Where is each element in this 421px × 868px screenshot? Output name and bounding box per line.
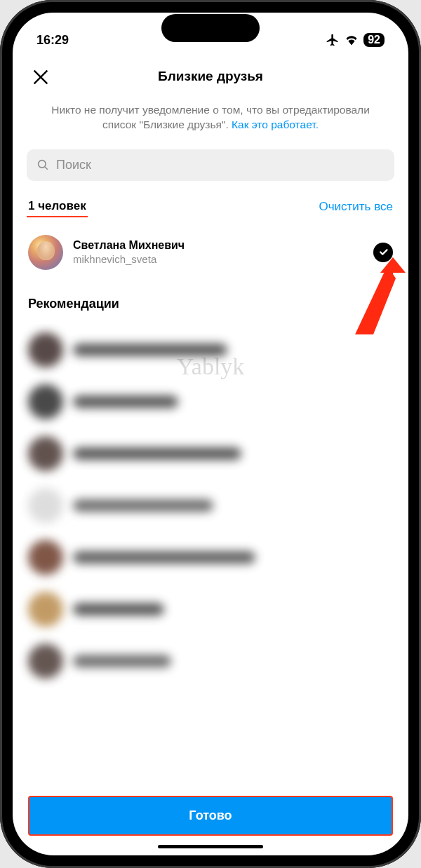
info-text-body: Никто не получит уведомление о том, что …: [51, 104, 370, 130]
friend-info: Светлана Михневич mikhnevich_sveta: [73, 239, 363, 265]
list-item[interactable]: [28, 531, 393, 583]
list-item-label: [73, 447, 241, 460]
count-row: 1 человек Очистить все: [13, 195, 408, 221]
page-title: Близкие друзья: [158, 69, 263, 84]
highlight-underline: [27, 216, 88, 217]
search-icon: [36, 158, 49, 171]
list-item[interactable]: [28, 376, 393, 428]
dynamic-island: [161, 14, 260, 42]
check-icon: [378, 247, 389, 257]
friend-name: Светлана Михневич: [73, 239, 363, 252]
avatar: [28, 235, 63, 270]
info-link[interactable]: Как это работает.: [232, 118, 319, 130]
count-label: 1 человек: [28, 199, 86, 215]
avatar: [28, 540, 63, 575]
done-button[interactable]: Готово: [28, 796, 393, 836]
svg-line-3: [45, 167, 48, 170]
search-input[interactable]: Поиск: [27, 149, 394, 181]
list-item[interactable]: [28, 583, 393, 635]
phone-frame: 16:29 92 Близкие друзья Никто не получит…: [0, 0, 421, 868]
airplane-icon: [326, 33, 340, 47]
avatar: [28, 384, 63, 419]
clear-all-button[interactable]: Очистить все: [319, 200, 393, 214]
avatar: [28, 332, 63, 367]
list-item[interactable]: [28, 428, 393, 480]
svg-point-2: [39, 161, 46, 168]
battery-badge: 92: [363, 33, 385, 47]
svg-marker-4: [393, 257, 406, 273]
list-item-label: [73, 603, 164, 616]
screen: 16:29 92 Близкие друзья Никто не получит…: [13, 13, 408, 855]
check-toggle[interactable]: [373, 243, 393, 262]
close-button[interactable]: [29, 66, 52, 88]
list-item-label: [73, 655, 171, 667]
recommendations-list: Yablyk: [13, 324, 408, 786]
info-text: Никто не получит уведомление о том, что …: [13, 97, 408, 145]
friend-row[interactable]: Светлана Михневич mikhnevich_sveta: [13, 221, 408, 280]
list-item[interactable]: [28, 324, 393, 376]
search-placeholder: Поиск: [56, 158, 91, 172]
home-indicator[interactable]: [158, 845, 263, 848]
list-item-label: [73, 499, 213, 512]
avatar: [28, 436, 63, 471]
list-item[interactable]: [28, 480, 393, 531]
list-item-label: [73, 395, 178, 408]
avatar: [28, 488, 63, 523]
avatar: [28, 592, 63, 627]
status-time: 16:29: [36, 33, 107, 48]
list-item-label: [73, 344, 227, 356]
header: Близкие друзья: [13, 55, 408, 97]
friend-username: mikhnevich_sveta: [73, 253, 363, 265]
close-icon: [29, 66, 52, 88]
list-item[interactable]: [28, 635, 393, 687]
avatar: [28, 644, 63, 679]
list-item-label: [73, 551, 255, 564]
recommendations-title: Рекомендации: [13, 280, 408, 324]
wifi-icon: [345, 34, 359, 46]
